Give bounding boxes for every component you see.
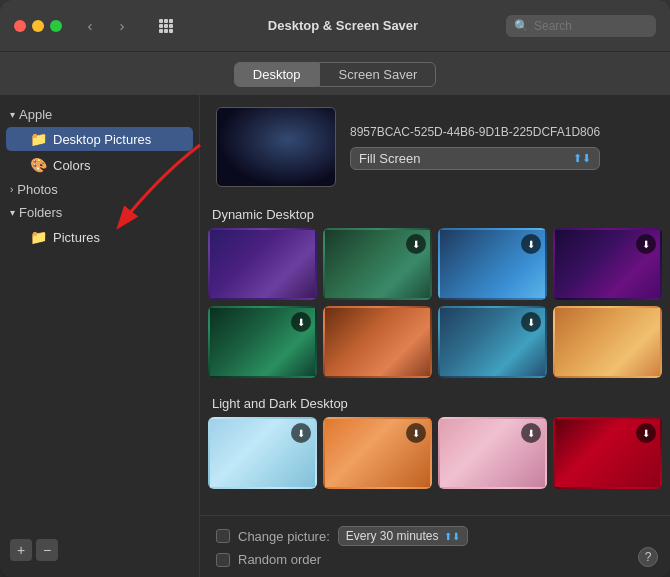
- svg-rect-6: [159, 29, 163, 33]
- sidebar-photos-label: Photos: [17, 182, 57, 197]
- change-picture-label: Change picture:: [238, 529, 330, 544]
- help-button[interactable]: ?: [638, 547, 658, 567]
- bottom-bar: Change picture: Every 30 minutes ⬆⬇ Rand…: [200, 515, 670, 577]
- search-icon: 🔍: [514, 19, 529, 33]
- section-title-light-dark: Light and Dark Desktop: [208, 388, 662, 417]
- download-icon: ⬇: [406, 234, 426, 254]
- change-picture-row: Change picture: Every 30 minutes ⬆⬇: [216, 526, 654, 546]
- svg-rect-8: [169, 29, 173, 33]
- sidebar-item-pictures[interactable]: 📁 Pictures: [6, 225, 193, 249]
- nav-buttons: ‹ ›: [76, 15, 136, 37]
- sidebar-folders-label: Folders: [19, 205, 62, 220]
- minimize-button[interactable]: [32, 20, 44, 32]
- search-input[interactable]: [534, 19, 644, 33]
- download-icon: ⬇: [291, 423, 311, 443]
- svg-rect-3: [159, 24, 163, 28]
- list-item[interactable]: ⬇: [323, 417, 432, 489]
- sidebar-section-apple[interactable]: ▾ Apple: [0, 103, 199, 126]
- list-item[interactable]: ⬇: [208, 417, 317, 489]
- tabs-bar: Desktop Screen Saver: [0, 52, 670, 95]
- sidebar-apple-label: Apple: [19, 107, 52, 122]
- download-icon: ⬇: [291, 312, 311, 332]
- add-source-button[interactable]: +: [10, 539, 32, 561]
- download-icon: ⬇: [521, 234, 541, 254]
- svg-rect-5: [169, 24, 173, 28]
- traffic-lights: [14, 20, 62, 32]
- grid-view-button[interactable]: [152, 15, 180, 37]
- chevron-down-icon: ▾: [10, 109, 15, 120]
- fill-option-label: Fill Screen: [359, 151, 420, 166]
- folder-icon-pictures: 📁: [30, 229, 47, 245]
- svg-rect-2: [169, 19, 173, 23]
- download-icon: ⬇: [521, 423, 541, 443]
- preview-info: 8957BCAC-525D-44B6-9D1B-225DCFA1D806 Fil…: [350, 125, 600, 170]
- svg-rect-7: [164, 29, 168, 33]
- sidebar-bottom: + −: [0, 531, 199, 569]
- list-item[interactable]: ⬇: [323, 228, 432, 300]
- list-item[interactable]: [208, 228, 317, 300]
- fill-screen-dropdown[interactable]: Fill Screen ⬆⬇: [350, 147, 600, 170]
- download-icon: ⬇: [406, 423, 426, 443]
- random-order-checkbox[interactable]: [216, 553, 230, 567]
- interval-value: Every 30 minutes: [346, 529, 439, 543]
- forward-button[interactable]: ›: [108, 15, 136, 37]
- list-item[interactable]: ⬇: [208, 306, 317, 378]
- sidebar-section-folders[interactable]: ▾ Folders: [0, 201, 199, 224]
- maximize-button[interactable]: [50, 20, 62, 32]
- titlebar: ‹ › Desktop & Screen Saver 🔍: [0, 0, 670, 52]
- interval-dropdown[interactable]: Every 30 minutes ⬆⬇: [338, 526, 468, 546]
- dropdown-arrow-icon: ⬆⬇: [573, 152, 591, 165]
- svg-rect-0: [159, 19, 163, 23]
- list-item[interactable]: ⬇: [438, 417, 547, 489]
- sidebar-section-photos[interactable]: › Photos: [0, 178, 199, 201]
- preview-section: 8957BCAC-525D-44B6-9D1B-225DCFA1D806 Fil…: [200, 95, 670, 199]
- svg-rect-4: [164, 24, 168, 28]
- folder-icon: 📁: [30, 131, 47, 147]
- random-order-label: Random order: [238, 552, 321, 567]
- list-item[interactable]: ⬇: [553, 228, 662, 300]
- window: ‹ › Desktop & Screen Saver 🔍 Desktop S: [0, 0, 670, 577]
- list-item[interactable]: ⬇: [553, 417, 662, 489]
- tab-screen-saver[interactable]: Screen Saver: [319, 62, 436, 87]
- sidebar-item-label: Pictures: [53, 230, 100, 245]
- download-icon: ⬇: [636, 423, 656, 443]
- back-button[interactable]: ‹: [76, 15, 104, 37]
- sidebar-item-label: Desktop Pictures: [53, 132, 151, 147]
- download-icon: ⬇: [521, 312, 541, 332]
- section-title-dynamic: Dynamic Desktop: [208, 199, 662, 228]
- preview-thumbnail: [216, 107, 336, 187]
- list-item[interactable]: ⬇: [438, 306, 547, 378]
- list-item[interactable]: [553, 306, 662, 378]
- file-name: 8957BCAC-525D-44B6-9D1B-225DCFA1D806: [350, 125, 600, 139]
- window-title: Desktop & Screen Saver: [188, 18, 498, 33]
- chevron-down-icon-folders: ▾: [10, 207, 15, 218]
- colors-icon: 🎨: [30, 157, 47, 173]
- sidebar-item-colors[interactable]: 🎨 Colors: [6, 153, 193, 177]
- interval-arrow-icon: ⬆⬇: [444, 531, 460, 542]
- list-item[interactable]: ⬇: [438, 228, 547, 300]
- sidebar: ▾ Apple 📁 Desktop Pictures 🎨 Colors › Ph…: [0, 95, 200, 577]
- dynamic-desktop-grid: ⬇ ⬇ ⬇ ⬇ ⬇: [208, 228, 662, 378]
- grid-area: Dynamic Desktop ⬇ ⬇ ⬇ ⬇: [200, 199, 670, 515]
- bottom-options: Change picture: Every 30 minutes ⬆⬇ Rand…: [216, 526, 654, 567]
- chevron-right-icon: ›: [10, 184, 13, 195]
- light-dark-desktop-grid: ⬇ ⬇ ⬇ ⬇: [208, 417, 662, 489]
- close-button[interactable]: [14, 20, 26, 32]
- list-item[interactable]: [323, 306, 432, 378]
- download-icon: ⬇: [636, 234, 656, 254]
- main-content: ▾ Apple 📁 Desktop Pictures 🎨 Colors › Ph…: [0, 95, 670, 577]
- sidebar-item-desktop-pictures[interactable]: 📁 Desktop Pictures: [6, 127, 193, 151]
- remove-source-button[interactable]: −: [36, 539, 58, 561]
- sidebar-item-label: Colors: [53, 158, 91, 173]
- change-picture-checkbox[interactable]: [216, 529, 230, 543]
- search-box[interactable]: 🔍: [506, 15, 656, 37]
- tab-desktop[interactable]: Desktop: [234, 62, 320, 87]
- random-order-row: Random order: [216, 552, 654, 567]
- svg-rect-1: [164, 19, 168, 23]
- right-panel: 8957BCAC-525D-44B6-9D1B-225DCFA1D806 Fil…: [200, 95, 670, 577]
